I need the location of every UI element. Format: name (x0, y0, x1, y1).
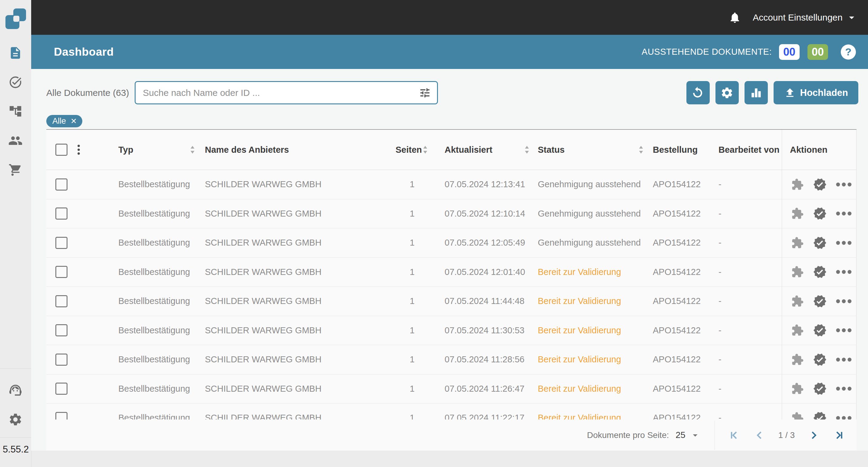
last-page-button[interactable] (832, 429, 844, 441)
refresh-button[interactable] (686, 81, 710, 104)
help-button[interactable]: ? (841, 44, 856, 60)
table-row[interactable]: Bestellbestätigung SCHILDER WARWEG GMBH … (46, 170, 857, 199)
plugin-action-button[interactable] (791, 412, 804, 420)
column-header-aktualisiert[interactable]: Aktualisiert (437, 145, 536, 155)
search-box (135, 81, 438, 104)
table-row[interactable]: Bestellbestätigung SCHILDER WARWEG GMBH … (46, 228, 857, 258)
per-page-value[interactable]: 25 (676, 430, 685, 440)
more-actions-button[interactable] (836, 270, 851, 274)
plugin-action-button[interactable] (791, 236, 804, 249)
row-checkbox[interactable] (55, 178, 67, 191)
search-input[interactable] (135, 88, 419, 98)
column-header-typ[interactable]: Typ (86, 145, 204, 155)
more-actions-button[interactable] (836, 387, 851, 391)
plugin-action-button[interactable] (791, 266, 804, 278)
kebab-menu-icon[interactable] (76, 144, 81, 156)
cell-aktionen (782, 199, 857, 228)
status-text: Genehmigung ausstehend (538, 238, 641, 247)
cell-aktionen (782, 287, 857, 316)
cell-aktionen (782, 374, 857, 403)
tune-icon (419, 87, 431, 99)
filter-chip-alle[interactable]: Alle ✕ (46, 115, 82, 127)
more-actions-button[interactable] (836, 299, 851, 303)
row-checkbox[interactable] (55, 237, 67, 249)
sidebar-item-support[interactable] (8, 383, 23, 397)
more-actions-button[interactable] (836, 211, 851, 215)
cell-aktionen (782, 170, 857, 199)
validate-action-button[interactable] (813, 294, 827, 308)
puzzle-icon (791, 412, 804, 420)
statistics-button[interactable] (745, 81, 768, 104)
more-actions-button[interactable] (836, 358, 851, 362)
cell-seiten: 1 (394, 296, 437, 306)
status-text: Bereit zur Validierung (538, 384, 621, 394)
sidebar-item-settings[interactable] (8, 412, 23, 427)
more-actions-button[interactable] (836, 241, 851, 245)
close-icon[interactable]: ✕ (70, 118, 77, 125)
app-logo[interactable] (5, 8, 26, 29)
upload-button[interactable]: Hochladen (774, 81, 858, 104)
table-row[interactable]: Bestellbestätigung SCHILDER WARWEG GMBH … (46, 403, 857, 420)
cell-bestellung: APO154122 (646, 326, 706, 335)
validate-action-button[interactable] (813, 411, 827, 420)
cell-anbieter-name: SCHILDER WARWEG GMBH (204, 238, 394, 248)
column-header-status[interactable]: Status (536, 145, 646, 155)
sidebar-item-documents[interactable] (8, 46, 22, 60)
plugin-action-button[interactable] (791, 295, 804, 308)
sidebar-item-tasks[interactable] (8, 75, 22, 89)
table-row[interactable]: Bestellbestätigung SCHILDER WARWEG GMBH … (46, 199, 857, 229)
validate-action-button[interactable] (813, 353, 827, 367)
validate-action-button[interactable] (813, 323, 827, 337)
pending-documents-label: AUSSTEHENDE DOKUMENTE: (642, 47, 772, 57)
column-header-seiten[interactable]: Seiten (394, 145, 437, 155)
sidebar-item-workflow[interactable] (8, 104, 22, 118)
table-row[interactable]: Bestellbestätigung SCHILDER WARWEG GMBH … (46, 258, 857, 287)
plugin-action-button[interactable] (791, 353, 804, 366)
row-checkbox[interactable] (55, 382, 67, 395)
cell-aktualisiert: 07.05.2024 11:26:47 (437, 384, 536, 394)
row-checkbox[interactable] (55, 207, 67, 220)
row-checkbox[interactable] (55, 412, 67, 420)
puzzle-icon (791, 382, 804, 395)
notifications-button[interactable] (728, 11, 741, 24)
validate-action-button[interactable] (813, 265, 827, 279)
table-row[interactable]: Bestellbestätigung SCHILDER WARWEG GMBH … (46, 345, 857, 374)
validate-action-button[interactable] (813, 382, 827, 396)
more-actions-button[interactable] (836, 182, 851, 187)
plugin-action-button[interactable] (791, 382, 804, 395)
row-checkbox[interactable] (55, 324, 67, 336)
gear-icon (8, 412, 23, 427)
plugin-action-button[interactable] (791, 324, 804, 337)
sidebar-item-users[interactable] (8, 133, 23, 148)
cell-bestellung: APO154122 (646, 384, 706, 394)
previous-page-button[interactable] (753, 429, 766, 441)
table-row[interactable]: Bestellbestätigung SCHILDER WARWEG GMBH … (46, 316, 857, 345)
sidebar-item-orders[interactable] (8, 163, 22, 177)
documents-count-label: Alle Dokumente (63) (46, 81, 129, 104)
plugin-action-button[interactable] (791, 178, 804, 191)
row-checkbox[interactable] (55, 266, 67, 278)
row-checkbox[interactable] (55, 295, 67, 307)
filter-options-button[interactable] (419, 87, 431, 99)
plugin-action-button[interactable] (791, 207, 804, 220)
per-page-caret-icon[interactable] (690, 430, 701, 441)
cell-aktualisiert: 07.05.2024 11:44:48 (437, 296, 536, 306)
first-page-button[interactable] (729, 429, 741, 441)
table-row[interactable]: Bestellbestätigung SCHILDER WARWEG GMBH … (46, 287, 857, 316)
next-page-button[interactable] (807, 429, 819, 441)
cell-anbieter-name: SCHILDER WARWEG GMBH (204, 355, 394, 364)
table-settings-button[interactable] (715, 81, 739, 104)
sort-icon (189, 145, 196, 154)
select-all-checkbox[interactable] (55, 144, 67, 156)
validate-action-button[interactable] (813, 207, 827, 221)
upload-icon (784, 87, 796, 99)
more-actions-button[interactable] (836, 416, 851, 420)
account-settings-label: Account Einstellungen (753, 12, 843, 23)
validate-action-button[interactable] (813, 177, 827, 192)
row-checkbox[interactable] (55, 354, 67, 366)
cell-seiten: 1 (394, 355, 437, 364)
more-actions-button[interactable] (836, 328, 851, 332)
account-settings-menu[interactable]: Account Einstellungen (753, 11, 858, 24)
validate-action-button[interactable] (813, 236, 827, 250)
table-row[interactable]: Bestellbestätigung SCHILDER WARWEG GMBH … (46, 374, 857, 404)
